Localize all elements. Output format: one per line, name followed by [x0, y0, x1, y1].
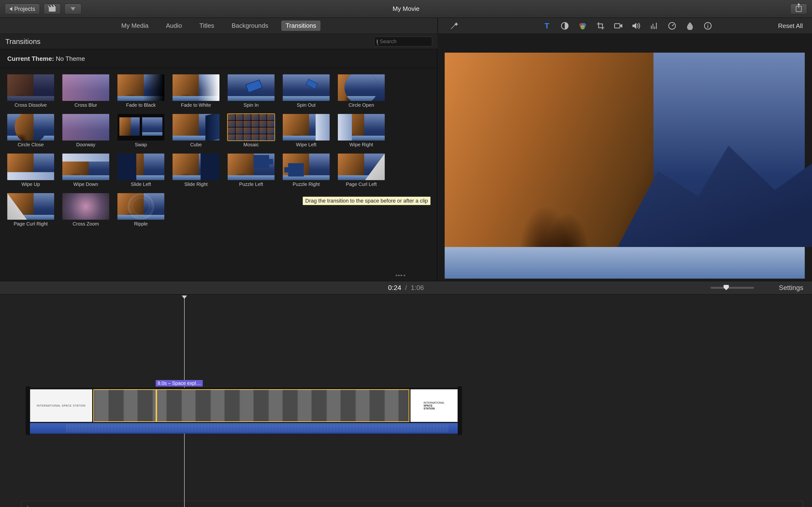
transition-fade-to-white[interactable]: Fade to White — [172, 74, 219, 110]
timecode-duration: 1:06 — [411, 284, 424, 291]
reset-all-button[interactable]: Reset All — [778, 22, 803, 30]
timecode-bar: 0:24 / 1:06 Settings — [0, 281, 812, 294]
transition-cube[interactable]: Cube — [172, 114, 219, 149]
timeline[interactable]: 8.0s – Space expl… INTERNATIONAL SPACE S… — [0, 294, 812, 507]
transition-page-curl-right[interactable]: Page Curl Right — [7, 193, 54, 228]
transition-puzzle-left[interactable]: Puzzle Left — [227, 154, 274, 189]
clip-trim-handle[interactable] — [156, 389, 157, 422]
tab-titles[interactable]: Titles — [195, 20, 218, 31]
speed-icon[interactable] — [666, 20, 678, 32]
transition-slide-right[interactable]: Slide Right — [172, 154, 219, 189]
transitions-browser: Current Theme: No Theme Cross Dissolve C… — [0, 49, 438, 281]
current-theme-label: Current Theme: No Theme — [0, 49, 437, 65]
projects-back-button[interactable]: Projects — [5, 4, 40, 14]
transition-fade-to-black[interactable]: Fade to Black — [117, 74, 164, 110]
color-balance-icon[interactable] — [559, 20, 570, 32]
crop-icon[interactable] — [595, 20, 606, 32]
chevron-left-icon — [9, 7, 12, 11]
info-icon[interactable] — [702, 20, 713, 32]
transition-cross-zoom[interactable]: Cross Zoom — [62, 193, 109, 228]
tab-backgrounds[interactable]: Backgrounds — [227, 20, 272, 31]
svg-point-12 — [707, 24, 708, 24]
share-button[interactable] — [790, 4, 807, 14]
background-music-track[interactable]: ♪ — [21, 501, 803, 507]
transition-cross-dissolve[interactable]: Cross Dissolve — [7, 74, 54, 110]
timeline-zoom-slider[interactable] — [711, 287, 754, 289]
projects-label: Projects — [14, 6, 35, 12]
search-input[interactable] — [379, 38, 446, 45]
tab-transitions[interactable]: Transitions — [281, 20, 320, 31]
text-tool-icon[interactable]: T — [541, 20, 552, 32]
titlebar: Projects My Movie — [0, 0, 812, 18]
tab-audio[interactable]: Audio — [162, 20, 187, 31]
transition-wipe-up[interactable]: Wipe Up — [7, 154, 54, 189]
import-button[interactable] — [64, 4, 82, 14]
transition-circle-open[interactable]: Circle Open — [338, 74, 385, 110]
transition-spin-out[interactable]: Spin Out — [283, 74, 329, 110]
clip-main-video[interactable] — [93, 389, 409, 422]
transition-mosaic[interactable]: Mosaic — [227, 114, 274, 149]
browser-subheader: Transitions — [0, 34, 438, 49]
browser-section-label: Transitions — [5, 38, 41, 46]
transition-page-curl-left[interactable]: Page Curl Left — [338, 154, 385, 189]
search-icon — [377, 39, 378, 44]
content-tab-row: My Media Audio Titles Backgrounds Transi… — [0, 18, 812, 34]
transition-wipe-down[interactable]: Wipe Down — [62, 154, 109, 189]
transition-swap[interactable]: Swap — [117, 114, 164, 149]
window-title: My Movie — [393, 5, 419, 12]
volume-icon[interactable] — [631, 20, 642, 32]
timeline-settings-button[interactable]: Settings — [779, 284, 803, 292]
timecode-display: 0:24 / 1:06 — [388, 284, 424, 292]
library-tabs: My Media Audio Titles Backgrounds Transi… — [0, 18, 438, 34]
video-track[interactable]: INTERNATIONAL SPACE STATION INTERNATIONA… — [30, 388, 458, 434]
stabilization-icon[interactable] — [613, 20, 624, 32]
clip-title-card[interactable]: INTERNATIONAL SPACE STATION — [30, 389, 92, 422]
selected-clip-label: 8.0s – Space expl… — [156, 380, 203, 387]
transition-puzzle-right[interactable]: Puzzle Right — [283, 154, 329, 189]
music-note-icon: ♪ — [26, 503, 29, 507]
transition-wipe-left[interactable]: Wipe Left — [283, 114, 329, 149]
clip-end-card[interactable]: INTERNATIONAL SPACE STATION — [410, 389, 458, 422]
transition-circle-close[interactable]: Circle Close — [7, 114, 54, 149]
share-icon — [796, 6, 802, 12]
scroll-indicator: ▸▸▸◂ — [396, 273, 406, 277]
enhance-wand-button[interactable] — [449, 21, 459, 31]
transition-wipe-right[interactable]: Wipe Right — [338, 114, 385, 149]
transition-spin-in[interactable]: Spin In — [227, 74, 274, 110]
search-field[interactable] — [374, 37, 432, 46]
timecode-current: 0:24 — [388, 284, 401, 291]
transition-slide-left[interactable]: Slide Left — [117, 154, 164, 189]
svg-rect-4 — [615, 24, 620, 28]
library-toggle-button[interactable] — [44, 4, 61, 14]
color-correction-icon[interactable] — [577, 20, 588, 32]
preview-viewer[interactable] — [445, 53, 805, 279]
zoom-slider-knob[interactable] — [723, 285, 729, 290]
clip-filter-icon[interactable] — [684, 20, 696, 32]
panel-divider[interactable] — [438, 18, 438, 34]
clip-audio-waveform[interactable] — [30, 423, 458, 434]
clapper-icon — [49, 6, 56, 12]
drag-transition-tooltip: Drag the transition to the space before … — [303, 196, 430, 205]
transition-doorway[interactable]: Doorway — [62, 114, 109, 149]
timecode-sep: / — [405, 284, 407, 291]
download-arrow-icon — [70, 7, 75, 11]
transition-cross-blur[interactable]: Cross Blur — [62, 74, 109, 110]
viewer-tool-icons: T — [541, 20, 713, 32]
svg-point-3 — [580, 25, 585, 30]
tab-my-media[interactable]: My Media — [117, 20, 153, 31]
transition-ripple[interactable]: Ripple — [117, 193, 164, 228]
noise-eq-icon[interactable] — [649, 20, 660, 32]
